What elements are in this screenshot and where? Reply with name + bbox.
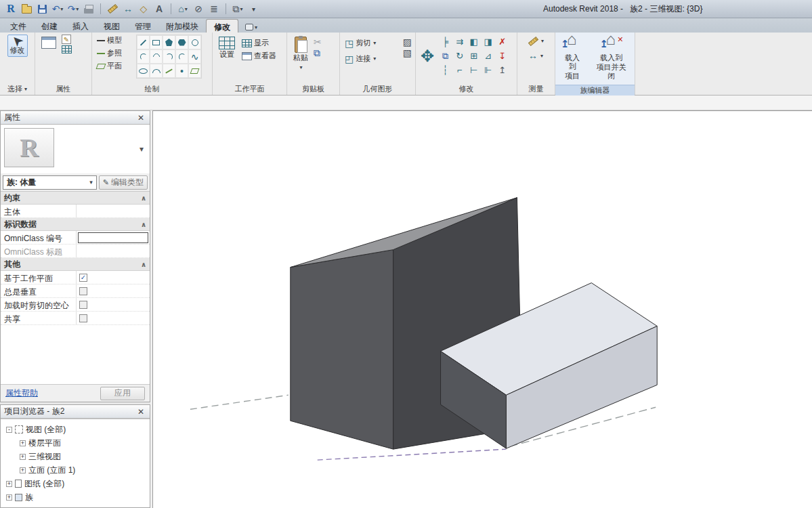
collapse-section-icon[interactable]: ∧ <box>141 261 146 268</box>
save-icon[interactable] <box>35 2 49 16</box>
property-row-omniclass-title[interactable]: OmniClass 标题 <box>1 245 150 258</box>
apply-button[interactable]: 应用 <box>100 387 145 400</box>
type-selector[interactable]: 族: 体量 ▾ <box>3 175 97 190</box>
workplane-viewer-button[interactable]: 查看器 <box>240 50 278 62</box>
modify-button[interactable]: ➤ 修改 <box>7 35 28 57</box>
tab-insert[interactable]: 插入 <box>65 19 96 33</box>
tree-item-sheets[interactable]: + 图纸 (全部) <box>2 477 148 490</box>
omniclass-number-input[interactable] <box>78 232 148 243</box>
copy-to-clipboard-icon[interactable]: ⧉ <box>314 48 322 58</box>
paste-button[interactable]: 粘贴 ▾ <box>291 35 311 74</box>
tree-item-3d-views[interactable]: + 三维视图 <box>2 450 148 463</box>
trim-extend-multiple-icon[interactable]: ⊩ <box>481 63 495 77</box>
properties-close-icon[interactable]: ✕ <box>135 113 146 123</box>
measure-icon[interactable] <box>106 2 119 16</box>
scale-icon[interactable]: ⊿ <box>481 49 495 63</box>
split-element-icon[interactable]: ┆ <box>438 63 452 77</box>
cut-voids-checkbox[interactable] <box>79 301 87 309</box>
move-icon[interactable]: ✥ <box>419 45 435 67</box>
properties-palette-header[interactable]: 属性 ✕ <box>1 111 150 125</box>
trim-extend-single-icon[interactable]: ⊢ <box>467 63 481 77</box>
copy-icon[interactable]: ⧉ <box>438 49 452 63</box>
aligned-dimension-icon[interactable]: ↔ <box>121 2 135 16</box>
offset-icon[interactable]: ⇉ <box>452 35 467 49</box>
draw-model-button[interactable]: 模型 <box>95 35 133 46</box>
customize-qat-icon[interactable]: ▾ <box>247 2 260 16</box>
draw-line-icon[interactable] <box>137 35 150 49</box>
reference-line[interactable] <box>190 395 289 409</box>
load-into-project-button[interactable]: ↥⌂ 载入到 项目 <box>559 35 586 83</box>
draw-arc-tangent-icon[interactable] <box>163 49 175 64</box>
draw-arc-start-end-icon[interactable] <box>137 49 150 64</box>
join-geometry-button[interactable]: ◰ 连接 ▾ <box>343 53 377 64</box>
host-value[interactable] <box>77 205 150 217</box>
rotate-icon[interactable]: ↻ <box>452 49 467 63</box>
split-face-icon[interactable]: ▨ <box>403 37 412 47</box>
revit-logo-icon[interactable]: R <box>4 2 18 16</box>
align-icon[interactable]: ╞ <box>438 35 452 49</box>
section-other[interactable]: 其他 ∧ <box>1 258 150 271</box>
edit-type-button[interactable]: ✎ 编辑类型 <box>99 175 148 190</box>
mirror-draw-axis-icon[interactable]: ◨ <box>481 35 495 49</box>
property-row-always-vertical[interactable]: 总是垂直 <box>1 284 150 298</box>
tree-item-elevations[interactable]: + 立面 (立面 1) <box>2 463 148 477</box>
collapse-section-icon[interactable]: ∧ <box>141 221 146 228</box>
draw-polygon-circumscribed-icon[interactable] <box>175 35 188 49</box>
draw-ellipse-icon[interactable] <box>137 64 150 78</box>
shared-checkbox[interactable] <box>79 314 87 322</box>
tab-manage[interactable]: 管理 <box>127 19 158 33</box>
family-category-icon[interactable] <box>62 45 72 54</box>
collapse-section-icon[interactable]: ∧ <box>141 194 146 202</box>
3d-view[interactable] <box>153 111 812 508</box>
pin-icon[interactable]: ↧ <box>495 49 509 63</box>
tag-by-category-icon[interactable]: ◇ <box>137 2 150 16</box>
dimension-tool-button[interactable]: ↔ ▾ <box>527 50 545 61</box>
set-workplane-button[interactable]: 设置 <box>216 35 238 61</box>
section-icon[interactable]: ⊘ <box>192 2 205 16</box>
open-icon[interactable] <box>20 2 33 16</box>
cut-geometry-button[interactable]: ◳ 剪切 ▾ <box>343 37 377 49</box>
cut-to-clipboard-icon[interactable]: ✂ <box>314 37 322 47</box>
delete-icon[interactable]: ✗ <box>495 35 509 49</box>
property-row-shared[interactable]: 共享 <box>1 312 150 325</box>
tall-mass-front-face[interactable] <box>291 250 393 449</box>
drawing-area[interactable] <box>152 110 812 508</box>
draw-point-icon[interactable]: • <box>175 64 188 78</box>
draw-plane-button[interactable]: 平面 <box>95 60 133 72</box>
draw-spline-icon[interactable]: ∿ <box>188 49 201 64</box>
property-row-host[interactable]: 主体 <box>1 205 150 218</box>
tree-expand-icon[interactable]: + <box>6 494 12 501</box>
tab-create[interactable]: 创建 <box>34 19 65 33</box>
default-3d-view-icon[interactable]: ⌂▾ <box>176 2 190 16</box>
unpin-icon[interactable]: ↥ <box>495 63 509 77</box>
draw-reference-button[interactable]: 参照 <box>95 47 133 59</box>
project-browser-header[interactable]: 项目浏览器 - 族2 ✕ <box>1 405 150 419</box>
thin-lines-icon[interactable]: ≣ <box>207 2 221 16</box>
load-into-project-and-close-button[interactable]: ↥⌂✕ 载入到 项目并关闭 <box>591 35 631 83</box>
draw-arc-fillet-icon[interactable] <box>175 49 188 64</box>
tab-modify[interactable]: 修改 <box>206 19 238 33</box>
ribbon-display-toggle[interactable]: ▾ <box>242 22 260 33</box>
property-row-cut-voids[interactable]: 加载时剪切的空心 <box>1 298 150 312</box>
tree-expand-icon[interactable]: + <box>20 467 26 473</box>
select-panel-label[interactable]: 选择▾ <box>0 83 35 95</box>
family-types-icon[interactable]: ✎ <box>62 35 71 44</box>
mirror-pick-axis-icon[interactable]: ◧ <box>467 35 481 49</box>
tree-expand-icon[interactable]: + <box>20 440 26 446</box>
undo-icon[interactable]: ↶▾ <box>51 2 64 16</box>
property-row-omniclass-number[interactable]: OmniClass 编号 <box>1 231 150 245</box>
workplane-based-checkbox[interactable]: ✓ <box>79 274 87 282</box>
paint-icon[interactable]: ▧ <box>403 48 412 58</box>
section-identity-data[interactable]: 标识数据 ∧ <box>1 218 150 231</box>
property-row-workplane-based[interactable]: 基于工作平面 ✓ <box>1 271 150 284</box>
draw-circle-icon[interactable] <box>188 35 201 49</box>
tree-item-views[interactable]: - 视图 (全部) <box>2 423 148 436</box>
tab-view[interactable]: 视图 <box>96 19 127 33</box>
draw-polygon-inscribed-icon[interactable] <box>163 35 175 49</box>
tree-item-families[interactable]: + 族 <box>2 490 148 504</box>
tree-collapse-icon[interactable]: - <box>6 427 12 433</box>
section-constraints[interactable]: 约束 ∧ <box>1 192 150 205</box>
redo-icon[interactable]: ↷▾ <box>66 2 80 16</box>
properties-palette-button[interactable] <box>39 35 59 51</box>
text-icon[interactable]: A <box>152 2 166 16</box>
